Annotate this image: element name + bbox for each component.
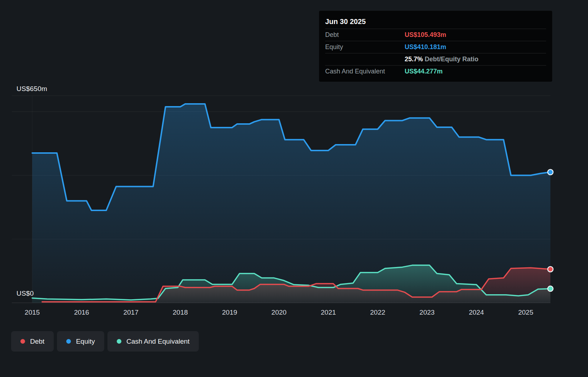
x-tick-2021: 2021 bbox=[321, 309, 336, 316]
x-tick-2020: 2020 bbox=[271, 309, 286, 316]
y-axis-label-top: US$650m bbox=[16, 85, 47, 93]
legend-item-equity[interactable]: Equity bbox=[57, 331, 104, 352]
debt-equity-history-chart: 2015201620172018201920202021202220232024… bbox=[0, 0, 588, 377]
x-tick-2016: 2016 bbox=[74, 309, 89, 316]
legend-cash-label: Cash And Equivalent bbox=[126, 338, 189, 345]
y-axis-label-bottom: US$0 bbox=[16, 290, 34, 297]
tooltip-equity-label: Equity bbox=[325, 43, 405, 51]
x-tick-2018: 2018 bbox=[173, 309, 188, 316]
tooltip-row-cash: Cash And Equivalent US$44.277m bbox=[325, 65, 546, 77]
cash-legend-dot-icon bbox=[117, 339, 121, 344]
tooltip-cash-value: US$44.277m bbox=[405, 68, 546, 75]
tooltip-cash-label: Cash And Equivalent bbox=[325, 68, 405, 75]
debt-legend-dot-icon bbox=[20, 339, 25, 344]
tooltip-ratio: 25.7% Debt/Equity Ratio bbox=[405, 56, 546, 63]
legend-item-debt[interactable]: Debt bbox=[11, 331, 54, 352]
tooltip-row-debt: Debt US$105.493m bbox=[325, 29, 546, 41]
x-tick-2017: 2017 bbox=[123, 309, 138, 316]
chart-tooltip: Jun 30 2025 Debt US$105.493m Equity US$4… bbox=[319, 11, 552, 82]
equity-endpoint-marker[interactable] bbox=[548, 170, 553, 175]
legend-item-cash[interactable]: Cash And Equivalent bbox=[107, 331, 199, 352]
tooltip-ratio-value: 25.7% bbox=[405, 56, 423, 63]
equity-legend-dot-icon bbox=[66, 339, 71, 344]
legend-equity-label: Equity bbox=[76, 338, 95, 345]
legend-debt-label: Debt bbox=[30, 338, 44, 345]
x-tick-2022: 2022 bbox=[370, 309, 385, 316]
tooltip-equity-value: US$410.181m bbox=[405, 43, 546, 51]
cash-and-equivalent-endpoint-marker[interactable] bbox=[548, 286, 553, 291]
tooltip-row-ratio: 25.7% Debt/Equity Ratio bbox=[325, 53, 546, 65]
debt-endpoint-marker[interactable] bbox=[548, 267, 553, 272]
x-tick-2023: 2023 bbox=[419, 309, 434, 316]
tooltip-date: Jun 30 2025 bbox=[325, 14, 546, 29]
equity-area bbox=[32, 104, 550, 303]
x-tick-2024: 2024 bbox=[469, 309, 484, 316]
chart-legend: Debt Equity Cash And Equivalent bbox=[11, 331, 199, 352]
tooltip-debt-value: US$105.493m bbox=[405, 31, 546, 39]
tooltip-ratio-label: Debt/Equity Ratio bbox=[425, 56, 478, 63]
x-tick-2019: 2019 bbox=[222, 309, 237, 316]
tooltip-debt-label: Debt bbox=[325, 31, 405, 39]
x-tick-2015: 2015 bbox=[25, 309, 40, 316]
tooltip-row-equity: Equity US$410.181m bbox=[325, 41, 546, 53]
x-tick-2025: 2025 bbox=[518, 309, 533, 316]
